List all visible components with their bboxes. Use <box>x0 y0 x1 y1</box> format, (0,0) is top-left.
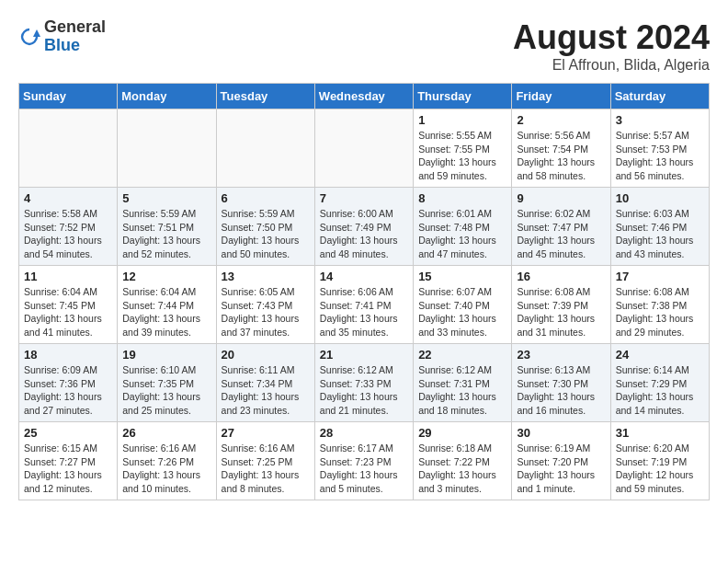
calendar-cell: 4Sunrise: 5:58 AM Sunset: 7:52 PM Daylig… <box>19 188 118 266</box>
calendar-cell <box>216 109 314 188</box>
day-number: 14 <box>320 270 408 283</box>
day-number: 23 <box>517 348 605 362</box>
calendar-cell: 6Sunrise: 5:59 AM Sunset: 7:50 PM Daylig… <box>216 188 314 266</box>
calendar-cell: 25Sunrise: 6:15 AM Sunset: 7:27 PM Dayli… <box>19 422 118 500</box>
day-header-saturday: Saturday <box>610 84 709 109</box>
day-number: 18 <box>24 348 112 362</box>
day-info: Sunrise: 6:14 AM Sunset: 7:29 PM Dayligh… <box>616 363 704 418</box>
day-number: 5 <box>122 191 210 205</box>
day-number: 20 <box>222 348 310 362</box>
calendar-cell: 12Sunrise: 6:04 AM Sunset: 7:44 PM Dayli… <box>118 266 216 344</box>
day-number: 17 <box>616 270 704 283</box>
calendar-cell <box>19 109 118 188</box>
day-info: Sunrise: 6:10 AM Sunset: 7:35 PM Dayligh… <box>122 363 210 418</box>
calendar-cell: 7Sunrise: 6:00 AM Sunset: 7:49 PM Daylig… <box>314 188 413 266</box>
calendar-cell: 15Sunrise: 6:07 AM Sunset: 7:40 PM Dayli… <box>414 266 512 344</box>
day-info: Sunrise: 5:58 AM Sunset: 7:52 PM Dayligh… <box>24 207 112 261</box>
calendar-cell <box>118 109 216 188</box>
day-number: 9 <box>517 191 605 205</box>
calendar-cell: 10Sunrise: 6:03 AM Sunset: 7:46 PM Dayli… <box>610 188 709 266</box>
day-info: Sunrise: 6:13 AM Sunset: 7:30 PM Dayligh… <box>517 363 605 418</box>
day-number: 4 <box>24 191 112 205</box>
svg-marker-0 <box>33 29 40 37</box>
day-info: Sunrise: 6:00 AM Sunset: 7:49 PM Dayligh… <box>320 207 408 261</box>
calendar-cell: 9Sunrise: 6:02 AM Sunset: 7:47 PM Daylig… <box>512 188 610 266</box>
calendar-cell: 16Sunrise: 6:08 AM Sunset: 7:39 PM Dayli… <box>512 266 610 344</box>
day-info: Sunrise: 6:07 AM Sunset: 7:40 PM Dayligh… <box>418 285 506 339</box>
logo-general: General <box>44 18 106 37</box>
day-number: 24 <box>616 348 704 362</box>
calendar-cell: 20Sunrise: 6:11 AM Sunset: 7:34 PM Dayli… <box>216 344 314 422</box>
day-number: 27 <box>222 426 310 440</box>
day-header-thursday: Thursday <box>414 84 512 109</box>
calendar-cell: 24Sunrise: 6:14 AM Sunset: 7:29 PM Dayli… <box>610 344 709 422</box>
day-header-friday: Friday <box>512 84 610 109</box>
day-number: 28 <box>320 426 408 440</box>
day-info: Sunrise: 5:59 AM Sunset: 7:51 PM Dayligh… <box>122 207 210 261</box>
page-header: General Blue August 2024 El Affroun, Bli… <box>18 18 710 74</box>
calendar-cell: 27Sunrise: 6:16 AM Sunset: 7:25 PM Dayli… <box>216 422 314 500</box>
calendar-cell: 8Sunrise: 6:01 AM Sunset: 7:48 PM Daylig… <box>414 188 512 266</box>
day-info: Sunrise: 6:06 AM Sunset: 7:41 PM Dayligh… <box>320 285 408 339</box>
calendar-cell: 2Sunrise: 5:56 AM Sunset: 7:54 PM Daylig… <box>512 109 610 188</box>
day-number: 2 <box>517 113 605 127</box>
day-info: Sunrise: 6:15 AM Sunset: 7:27 PM Dayligh… <box>24 442 112 496</box>
logo: General Blue <box>18 18 106 55</box>
day-number: 31 <box>616 426 704 440</box>
day-info: Sunrise: 6:08 AM Sunset: 7:39 PM Dayligh… <box>517 285 605 339</box>
calendar-cell: 5Sunrise: 5:59 AM Sunset: 7:51 PM Daylig… <box>118 188 216 266</box>
day-header-monday: Monday <box>118 84 216 109</box>
day-number: 12 <box>122 270 210 283</box>
logo-blue: Blue <box>44 37 106 55</box>
calendar-cell: 29Sunrise: 6:18 AM Sunset: 7:22 PM Dayli… <box>414 422 512 500</box>
day-info: Sunrise: 5:57 AM Sunset: 7:53 PM Dayligh… <box>616 129 704 183</box>
day-header-wednesday: Wednesday <box>314 84 413 109</box>
day-number: 13 <box>222 270 310 283</box>
calendar-cell: 14Sunrise: 6:06 AM Sunset: 7:41 PM Dayli… <box>314 266 413 344</box>
day-info: Sunrise: 5:56 AM Sunset: 7:54 PM Dayligh… <box>517 129 605 183</box>
day-info: Sunrise: 6:19 AM Sunset: 7:20 PM Dayligh… <box>517 442 605 496</box>
day-info: Sunrise: 6:17 AM Sunset: 7:23 PM Dayligh… <box>320 442 408 496</box>
day-info: Sunrise: 6:18 AM Sunset: 7:22 PM Dayligh… <box>418 442 506 496</box>
day-number: 21 <box>320 348 408 362</box>
logo-icon <box>18 26 40 48</box>
day-number: 3 <box>616 113 704 127</box>
calendar-cell: 30Sunrise: 6:19 AM Sunset: 7:20 PM Dayli… <box>512 422 610 500</box>
logo-text: General Blue <box>44 18 106 55</box>
calendar-cell: 18Sunrise: 6:09 AM Sunset: 7:36 PM Dayli… <box>19 344 118 422</box>
day-number: 29 <box>418 426 506 440</box>
day-number: 16 <box>517 270 605 283</box>
day-header-tuesday: Tuesday <box>216 84 314 109</box>
calendar-cell: 23Sunrise: 6:13 AM Sunset: 7:30 PM Dayli… <box>512 344 610 422</box>
day-info: Sunrise: 6:16 AM Sunset: 7:26 PM Dayligh… <box>122 442 210 496</box>
day-info: Sunrise: 5:59 AM Sunset: 7:50 PM Dayligh… <box>222 207 310 261</box>
calendar-cell: 1Sunrise: 5:55 AM Sunset: 7:55 PM Daylig… <box>414 109 512 188</box>
day-info: Sunrise: 6:12 AM Sunset: 7:33 PM Dayligh… <box>320 363 408 418</box>
day-number: 8 <box>418 191 506 205</box>
day-number: 11 <box>24 270 112 283</box>
day-info: Sunrise: 6:09 AM Sunset: 7:36 PM Dayligh… <box>24 363 112 418</box>
calendar-cell: 17Sunrise: 6:08 AM Sunset: 7:38 PM Dayli… <box>610 266 709 344</box>
calendar-cell: 3Sunrise: 5:57 AM Sunset: 7:53 PM Daylig… <box>610 109 709 188</box>
day-number: 19 <box>122 348 210 362</box>
day-info: Sunrise: 6:03 AM Sunset: 7:46 PM Dayligh… <box>616 207 704 261</box>
day-info: Sunrise: 6:12 AM Sunset: 7:31 PM Dayligh… <box>418 363 506 418</box>
day-number: 30 <box>517 426 605 440</box>
day-info: Sunrise: 6:04 AM Sunset: 7:45 PM Dayligh… <box>24 285 112 339</box>
day-info: Sunrise: 6:05 AM Sunset: 7:43 PM Dayligh… <box>222 285 310 339</box>
calendar-table: SundayMondayTuesdayWednesdayThursdayFrid… <box>18 83 710 500</box>
day-info: Sunrise: 6:04 AM Sunset: 7:44 PM Dayligh… <box>122 285 210 339</box>
calendar-cell: 31Sunrise: 6:20 AM Sunset: 7:19 PM Dayli… <box>610 422 709 500</box>
calendar-cell: 22Sunrise: 6:12 AM Sunset: 7:31 PM Dayli… <box>414 344 512 422</box>
day-info: Sunrise: 6:11 AM Sunset: 7:34 PM Dayligh… <box>222 363 310 418</box>
day-number: 6 <box>222 191 310 205</box>
day-number: 22 <box>418 348 506 362</box>
calendar-cell: 19Sunrise: 6:10 AM Sunset: 7:35 PM Dayli… <box>118 344 216 422</box>
day-info: Sunrise: 6:16 AM Sunset: 7:25 PM Dayligh… <box>222 442 310 496</box>
calendar-cell <box>314 109 413 188</box>
day-info: Sunrise: 6:02 AM Sunset: 7:47 PM Dayligh… <box>517 207 605 261</box>
day-info: Sunrise: 5:55 AM Sunset: 7:55 PM Dayligh… <box>418 129 506 183</box>
calendar-cell: 28Sunrise: 6:17 AM Sunset: 7:23 PM Dayli… <box>314 422 413 500</box>
day-number: 25 <box>24 426 112 440</box>
day-number: 1 <box>418 113 506 127</box>
